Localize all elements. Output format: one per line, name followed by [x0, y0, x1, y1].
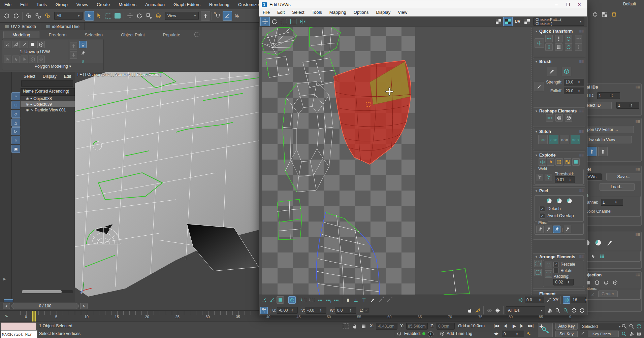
peel-reset-icon[interactable]	[593, 238, 603, 247]
explorer-hscrollbar[interactable]	[22, 290, 73, 293]
pack-tight-icon[interactable]	[545, 262, 552, 269]
percent-snap-icon[interactable]: %	[232, 11, 242, 21]
flatten-by-group-icon[interactable]	[555, 158, 563, 166]
polygon-mode-icon[interactable]	[29, 41, 36, 48]
selection-set-dropdown[interactable]: Selected▼	[580, 323, 623, 330]
select-loop-icon[interactable]	[316, 296, 324, 304]
visibility-eye-icon[interactable]: ◉	[26, 108, 29, 112]
paint-select-icon[interactable]	[368, 296, 376, 304]
orbit-icon[interactable]	[635, 330, 643, 338]
cylindrical-map-icon[interactable]	[593, 279, 601, 286]
x-field[interactable]: -0.431cm	[376, 323, 397, 330]
edge-mode-icon[interactable]	[12, 41, 20, 48]
detach-checkbox[interactable]: ✓	[540, 206, 545, 211]
crossing-region-icon[interactable]	[113, 11, 122, 21]
set-key-button[interactable]: Set Key	[555, 331, 578, 337]
xy-space-toggle[interactable]: XY	[553, 298, 558, 302]
maxscript-pink-box[interactable]	[1, 323, 36, 331]
qt-rotate-ccw-icon[interactable]	[565, 35, 572, 42]
display-filter-icon[interactable]: △	[11, 119, 20, 127]
uvw-scale-icon[interactable]	[279, 17, 289, 26]
checker-tiling-icon[interactable]	[503, 17, 513, 26]
peel-mode-icon[interactable]	[545, 197, 553, 204]
quick-peel-icon[interactable]	[587, 147, 597, 156]
element-mode-icon[interactable]	[37, 41, 45, 48]
viewport-mesh[interactable]	[75, 72, 259, 302]
unlink-icon[interactable]	[33, 11, 43, 21]
mini-curve-editor-icon[interactable]: ∿	[3, 312, 10, 319]
qt-move-snap-icon[interactable]	[535, 38, 544, 48]
maximize-icon[interactable]: ❒	[562, 1, 574, 8]
pin-interactive-icon[interactable]	[553, 226, 560, 233]
select-scale-icon[interactable]	[144, 11, 154, 21]
rescale-checkbox[interactable]: ✓	[553, 262, 559, 267]
polygon-modeling-footer[interactable]: Polygon Modeling ▾	[2, 63, 104, 70]
pin-remove-icon[interactable]	[545, 226, 552, 233]
uv-zoom-extents-icon[interactable]	[570, 307, 578, 314]
prev-frame-button[interactable]: <	[3, 303, 10, 309]
rotate-checkbox[interactable]	[553, 268, 559, 273]
display-filter-icon[interactable]: ⌂	[11, 136, 20, 144]
stitch-target-icon[interactable]: ∩∩∩	[571, 135, 580, 144]
zoom-icon[interactable]	[620, 323, 628, 330]
uv-face-mode-icon[interactable]	[277, 296, 284, 304]
zoom-all-icon[interactable]	[628, 323, 635, 330]
stitch-average-icon[interactable]: ∩∩∩	[560, 135, 569, 144]
reference-coordinate-dropdown[interactable]: View▼	[165, 12, 199, 20]
qt-distribute-h-icon[interactable]	[575, 35, 582, 42]
current-frame-field[interactable]: 0▲▼	[502, 331, 524, 337]
next-key-icon[interactable]: |▶	[520, 324, 523, 328]
pan-icon[interactable]	[628, 330, 635, 338]
selection-lock-region-icon[interactable]	[342, 323, 350, 330]
visibility-eye-icon[interactable]: ◉	[26, 102, 29, 106]
explorer-column-header[interactable]: Name (Sorted Ascending)	[21, 88, 75, 96]
notification-badge[interactable]: 1	[428, 331, 433, 337]
uv-element-mode-icon[interactable]	[288, 296, 296, 304]
hide-icon[interactable]	[486, 307, 493, 314]
strength-field[interactable]: 10.0▲▼	[564, 79, 584, 86]
edge-limit-field[interactable]: 16▲▼	[571, 297, 586, 303]
add-time-tag[interactable]: Add Time Tag	[447, 331, 472, 336]
menu-item[interactable]: Animation	[141, 2, 169, 7]
key-mode-toggle-icon[interactable]	[580, 331, 586, 337]
show-end-result-icon[interactable]	[79, 41, 87, 48]
edit-poly-icon[interactable]	[29, 56, 36, 63]
minimize-icon[interactable]: –	[551, 1, 562, 8]
select-place-icon[interactable]	[154, 11, 163, 21]
visibility-eye-icon[interactable]: ◉	[26, 97, 29, 100]
uvw-menu-item[interactable]: Select	[288, 10, 308, 15]
pack-normalize-icon[interactable]	[534, 260, 542, 267]
weld-selected-icon[interactable]	[536, 174, 543, 181]
save-uvws-button[interactable]: Save...	[606, 173, 641, 180]
flatten-custom-icon[interactable]	[572, 158, 580, 166]
explorer-menu-select[interactable]: Select	[21, 74, 38, 79]
uv-zoom-region-icon[interactable]	[562, 307, 570, 314]
menu-item[interactable]: Group	[51, 2, 72, 7]
set-keys-button[interactable]: +	[538, 323, 553, 337]
relax-fast-icon[interactable]	[555, 114, 563, 122]
uvw-menu-item[interactable]: View	[394, 10, 411, 15]
explorer-search-input[interactable]	[21, 80, 73, 87]
shield-icon[interactable]	[396, 331, 402, 337]
pin-select-icon[interactable]	[564, 226, 571, 233]
shrink-loop-icon[interactable]: −	[332, 296, 340, 304]
break-icon[interactable]	[539, 158, 546, 166]
prev-key-icon[interactable]: ◀|	[504, 324, 507, 328]
qt-space-grid-icon[interactable]	[555, 43, 562, 51]
use-pivot-center-icon[interactable]	[201, 11, 210, 21]
ribbon-tab-modeling[interactable]: Modeling	[3, 31, 39, 38]
v-field[interactable]: -0.0▲▼	[305, 307, 326, 314]
select-id-field[interactable]: 1▲▼	[616, 102, 639, 109]
grow-selection-icon[interactable]	[300, 296, 308, 304]
redo-icon[interactable]	[11, 11, 21, 21]
snaps-toggle-icon[interactable]: 3	[213, 11, 223, 21]
uvw-freeform-icon[interactable]	[289, 17, 298, 26]
pin-icon[interactable]	[79, 49, 87, 57]
uvw-titlebar[interactable]: 3 Edit UVWs – ❒ ✕	[259, 0, 587, 8]
menu-item[interactable]: Graph Editors	[169, 2, 205, 7]
time-slider[interactable]: 0 / 100	[11, 303, 79, 309]
freeze-icon[interactable]	[494, 307, 501, 314]
ribbon-tab-objectpaint[interactable]: Object Paint	[112, 31, 154, 38]
render-frame-icon[interactable]	[601, 11, 608, 18]
display-filter-icon[interactable]: ○	[11, 92, 20, 100]
